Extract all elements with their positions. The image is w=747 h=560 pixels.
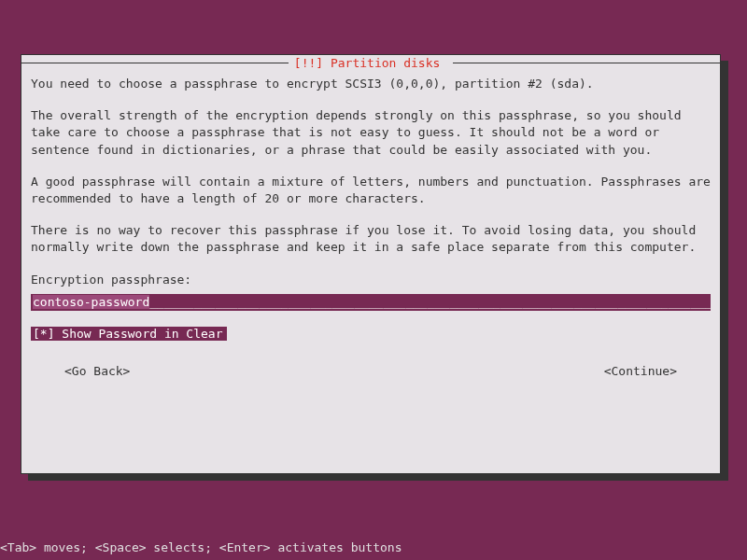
dialog-body: You need to choose a passphrase to encry… xyxy=(31,76,711,380)
title-rule-left xyxy=(21,63,289,63)
paragraph-3: A good passphrase will contain a mixture… xyxy=(31,174,711,207)
title-rule-right xyxy=(453,63,720,63)
paragraph-4: There is no way to recover this passphra… xyxy=(31,222,711,256)
passphrase-label: Encryption passphrase: xyxy=(31,272,711,288)
show-password-checkbox[interactable]: [*] Show Password in Clear xyxy=(31,326,711,343)
paragraph-2: The overall strength of the encryption d… xyxy=(31,107,711,159)
passphrase-fill: ________________________________________… xyxy=(149,295,711,309)
dialog-title-bar: [!!] Partition disks xyxy=(21,55,720,70)
go-back-button[interactable]: <Go Back> xyxy=(64,363,130,380)
passphrase-input[interactable]: contoso-password________________________… xyxy=(31,294,711,311)
partition-disks-dialog: [!!] Partition disks You need to choose … xyxy=(21,54,721,474)
help-bar: <Tab> moves; <Space> selects; <Enter> ac… xyxy=(0,540,402,554)
passphrase-value: contoso-password xyxy=(33,295,149,309)
paragraph-1: You need to choose a passphrase to encry… xyxy=(31,76,711,92)
checkbox-label: Show Password in Clear xyxy=(54,327,222,341)
continue-button[interactable]: <Continue> xyxy=(604,363,677,380)
button-row: <Go Back> <Continue> xyxy=(31,363,711,380)
dialog-title: [!!] Partition disks xyxy=(289,56,453,70)
checkbox-mark: [*] xyxy=(33,327,54,341)
